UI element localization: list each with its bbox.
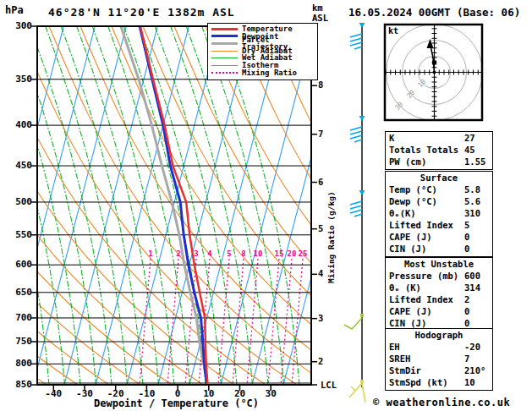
mixing-ratio-value-label: 4 [204, 249, 216, 258]
altitude-tick-label: 6 [318, 177, 323, 187]
table-row-value: 10 [464, 376, 475, 388]
legend-label: Mixing Ratio [242, 69, 297, 77]
temperature-tick-label: -40 [38, 388, 69, 399]
indices-table: HodographEH-20SREH7StmDir210°StmSpd (kt)… [385, 328, 493, 391]
table-row-label: θₑ(K) [389, 207, 416, 219]
pressure-tick-label: 400 [7, 119, 32, 130]
table-row-value: 1.55 [464, 156, 485, 167]
legend-line-sample [211, 42, 238, 45]
indices-table: SurfaceTemp (°C)5.8Dewp (°C)5.6θₑ(K)310L… [385, 171, 493, 257]
parcel-trajectory-curve [121, 26, 207, 385]
mixing-ratio-value-label: 25 [297, 249, 309, 258]
hodograph-unit-label: kt [388, 26, 398, 36]
legend-line-sample [211, 72, 238, 74]
legend-item: Mixing Ratio [208, 69, 317, 77]
sounding-curves [121, 26, 208, 385]
skewt-sounding-screenshot: hPa 46°28'N 11°20'E 1382m ASL 16.05.2024… [0, 0, 532, 411]
table-row-value: 5 [464, 219, 469, 231]
mixing-ratio-value-label: 2 [173, 249, 184, 258]
table-row-value: 0 [464, 231, 469, 243]
pressure-tick-label: 450 [7, 160, 32, 171]
table-row: Lifted Index2 [386, 293, 492, 305]
table-row-value: 0 [464, 305, 469, 317]
table-row: Pressure (mb)600 [386, 270, 492, 282]
altitude-tick-label: 4 [318, 268, 323, 278]
table-row-value: 2 [464, 293, 469, 305]
table-row-label: Lifted Index [389, 293, 453, 305]
upper-level-barb-icon [350, 23, 365, 49]
table-row-label: CIN (J) [389, 243, 426, 255]
mixing-ratio-value-label: 20 [286, 249, 298, 258]
table-row: Dewp (°C)5.6 [386, 195, 492, 207]
altitude-tick-label: 5 [318, 223, 323, 233]
table-row-value: 45 [464, 144, 475, 156]
pressure-tick-label: 350 [7, 74, 32, 85]
table-row-label: StmSpd (kt) [389, 376, 448, 388]
table-row: PW (cm)1.55 [386, 156, 492, 167]
datetime-label: 16.05.2024 00GMT (Base: 06) [348, 6, 520, 19]
table-row: CIN (J)0 [386, 243, 492, 255]
table-row-label: Totals Totals [389, 144, 458, 156]
mixing-ratio-value-label: 5 [223, 249, 235, 258]
table-row: θₑ (K)314 [386, 282, 492, 293]
table-row-value: 310 [464, 207, 480, 219]
legend-line-sample [211, 58, 238, 58]
mixing-ratio-value-label: 10 [252, 249, 264, 258]
legend-line-sample [211, 51, 238, 52]
mixing-ratio-axis-title: Mixing Ratio (g/kg) [326, 191, 336, 283]
table-header: Most Unstable [386, 258, 492, 270]
table-row-label: Dewp (°C) [389, 195, 437, 207]
temperature-tick-label: 30 [255, 388, 286, 399]
table-row-value: 314 [464, 282, 480, 293]
table-row-value: 0 [464, 243, 469, 255]
legend-line-sample [211, 28, 238, 30]
altitude-tick-label: 7 [318, 129, 323, 139]
table-row-value: 0 [464, 317, 469, 329]
table-row: Totals Totals45 [386, 144, 492, 156]
pressure-tick-label: 300 [7, 20, 32, 31]
table-row-value: 5.8 [464, 184, 480, 195]
table-row: CAPE (J)0 [386, 231, 492, 243]
table-row-label: CAPE (J) [389, 305, 432, 317]
table-row-value: 27 [464, 132, 475, 144]
table-row: Lifted Index5 [386, 219, 492, 231]
table-row-value: 7 [464, 353, 469, 364]
mixing-ratio-value-label: 8 [238, 249, 250, 258]
altitude-tick-label: 8 [318, 79, 323, 90]
table-row-label: θₑ (K) [389, 282, 421, 293]
table-row-value: 210° [464, 364, 485, 376]
legend-line-sample [211, 35, 238, 37]
table-row-label: CIN (J) [389, 317, 426, 329]
altitude-unit-asl: ASL [312, 13, 328, 23]
mixing-ratio-value-label: 1 [145, 249, 156, 258]
table-row: CAPE (J)0 [386, 305, 492, 317]
table-row: K27 [386, 132, 492, 144]
altitude-unit-km: km [312, 3, 323, 13]
pressure-tick-label: 500 [7, 196, 32, 207]
table-row: Temp (°C)5.8 [386, 184, 492, 195]
table-row-label: EH [389, 341, 400, 353]
wind-barb-staff [344, 23, 365, 403]
pressure-tick-label: 850 [7, 379, 32, 390]
x-axis-title: Dewpoint / Temperature (°C) [94, 397, 259, 409]
mid-level-barb-icon [350, 190, 365, 216]
pressure-tick-label: 700 [7, 312, 32, 323]
table-row-label: Lifted Index [389, 219, 453, 231]
copyright-label: © weatheronline.co.uk [373, 397, 510, 408]
table-row-label: PW (cm) [389, 156, 426, 167]
table-row: θₑ(K)310 [386, 207, 492, 219]
altitude-tick-label: 3 [318, 313, 323, 323]
pressure-tick-label: 550 [7, 229, 32, 240]
table-header: Surface [386, 172, 492, 184]
legend-line-sample [211, 65, 238, 66]
table-row-label: K [389, 132, 394, 144]
hodograph-storm-marker [432, 61, 436, 65]
table-row-value: 5.6 [464, 195, 480, 207]
pressure-tick-label: 800 [7, 358, 32, 369]
mixing-ratio-value-label: 3 [190, 249, 202, 258]
table-row: StmDir210° [386, 364, 492, 376]
table-row-label: StmDir [389, 364, 421, 376]
table-row-label: Pressure (mb) [389, 270, 458, 282]
table-row: StmSpd (kt)10 [386, 376, 492, 388]
legend-box: TemperatureDewpointParcel TrajectoryDry … [207, 23, 318, 80]
